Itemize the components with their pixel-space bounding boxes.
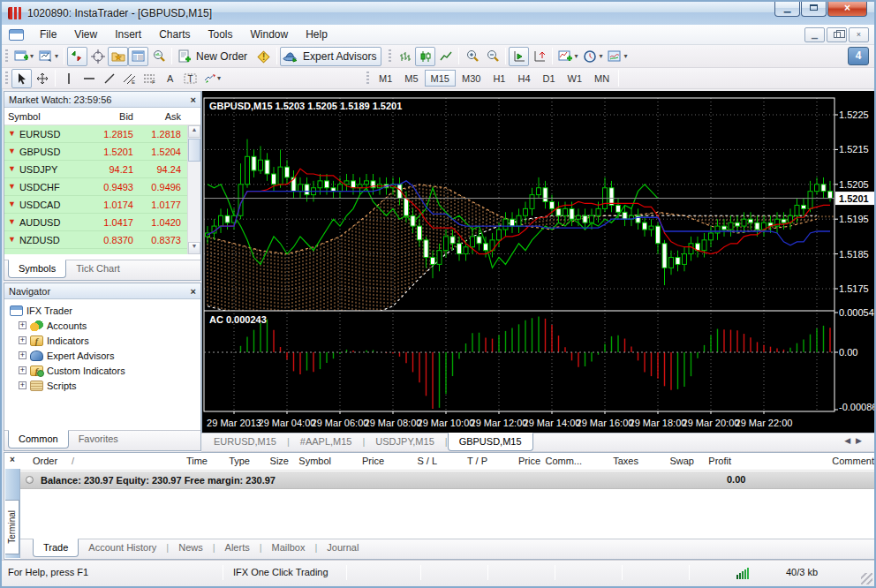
timeframe-mn[interactable]: MN [588,70,615,87]
expand-icon[interactable]: + [19,321,26,329]
expand-icon[interactable]: + [19,351,26,359]
scrollbar-thumb[interactable] [188,139,200,162]
mdi-minimize-button[interactable]: ▁ [804,27,825,42]
timeframe-m30[interactable]: M30 [456,70,487,87]
timeframe-h1[interactable]: H1 [487,70,511,87]
scroll-up-icon[interactable]: ▲ [188,125,200,138]
toolbar-grip[interactable] [5,49,8,64]
candlestick-chart-button[interactable] [415,47,435,66]
crosshair-tool-button[interactable] [32,69,52,88]
menu-window[interactable]: Window [242,26,298,43]
expand-icon[interactable]: + [19,366,26,374]
market-watch-row[interactable]: ▼AUDUSD1.04171.0420 [4,214,200,231]
new-chart-button[interactable]: ▾ [11,47,36,66]
terminal-toggle[interactable] [128,47,148,66]
tab-favorites[interactable]: Favorites [69,431,128,448]
terminal-side-tab[interactable]: Terminal [5,500,19,554]
menu-charts[interactable]: Charts [150,26,199,43]
fibonacci-tool[interactable]: F [140,69,160,88]
maximize-button[interactable] [801,1,827,17]
navigator-item-custom-indicators[interactable]: +fCustom Indicators [10,363,200,378]
menu-insert[interactable]: Insert [106,26,150,43]
navigator-item-accounts[interactable]: +Accounts [10,318,200,333]
menu-file[interactable]: File [31,26,65,43]
one-click-trading-cell[interactable]: IFX One Click Trading [233,567,328,577]
market-watch-toggle[interactable] [67,47,87,66]
market-watch-row[interactable]: ▼EURJPY120.75120.78 [4,249,200,254]
dropdown-caret[interactable]: ▾ [574,52,578,60]
close-icon[interactable]: × [191,287,196,296]
cursor-tool-button[interactable] [11,69,32,88]
arrow-styles-button[interactable]: ▾ [200,69,223,88]
menu-tools[interactable]: Tools [200,26,242,43]
title-bar[interactable]: 1020890: InstaTrader - [GBPUSD,M15] ▁ × [2,2,874,25]
horizontal-line-tool[interactable] [79,69,99,88]
line-chart-button[interactable] [435,47,456,66]
toolbar-grip[interactable] [389,49,391,64]
dropdown-caret[interactable]: ▾ [623,52,627,60]
timeframe-h4[interactable]: H4 [511,70,536,87]
chart-tab-usdjpy-m15[interactable]: USDJPY,M15 [365,433,444,450]
metaeditor-button[interactable]: ! [253,47,274,66]
market-watch-row[interactable]: ▼NZDUSD0.83700.8373 [4,231,200,249]
tab-tick-chart[interactable]: Tick Chart [66,260,130,277]
tab-alerts[interactable]: Alerts [215,539,260,556]
expert-advisors-button[interactable]: Expert Advisors [280,47,381,66]
minimize-button[interactable]: ▁ [774,1,800,17]
terminal-close-icon[interactable]: × [7,455,18,465]
trendline-tool[interactable] [99,69,119,88]
market-watch-row[interactable]: ▼GBPUSD1.52011.5204 [4,143,200,161]
timeframe-m5[interactable]: M5 [398,70,424,87]
tab-journal[interactable]: Journal [317,539,368,556]
market-watch-row[interactable]: ▼USDJPY94.2194.24 [4,161,200,178]
toolbar-grip[interactable] [5,72,8,86]
market-watch-row[interactable]: ▼EURUSD1.28151.2818 [4,125,200,143]
terminal-column-profit[interactable]: Profit [661,456,731,466]
indicators-button[interactable]: ▾ [555,47,580,66]
dropdown-caret[interactable]: ▾ [599,52,602,60]
new-order-button[interactable]: New Order [175,47,253,66]
menu-help[interactable]: Help [297,26,336,43]
tab-trade[interactable]: Trade [33,539,79,557]
data-window-toggle[interactable] [87,47,108,66]
resize-grip[interactable] [861,573,872,584]
column-header-symbol[interactable]: Symbol [4,111,86,122]
market-watch-row[interactable]: ▼USDCAD1.01741.0177 [4,196,200,214]
terminal-column-comment[interactable]: Comment [804,456,874,466]
chart-shift-button[interactable] [529,47,549,66]
templates-button[interactable]: ▾ [605,47,630,66]
chart-tab-eurusd-m15[interactable]: EURUSD,M15 [203,433,287,450]
navigator-item-expert-advisors[interactable]: +Expert Advisors [10,348,200,363]
tab-news[interactable]: News [169,539,213,556]
chart-window[interactable]: 1.52251.52151.52051.51951.51851.51751.52… [201,91,876,433]
navigator-title-bar[interactable]: Navigator × [4,283,200,299]
timeframe-m1[interactable]: M1 [373,70,398,87]
dropdown-caret[interactable]: ▾ [55,52,58,60]
expand-icon[interactable]: + [19,336,26,344]
equidistant-channel-tool[interactable]: E [119,69,140,88]
tab-account-history[interactable]: Account History [79,539,166,556]
tab-symbols[interactable]: Symbols [8,260,66,278]
tab-scroll-arrows[interactable]: ◀▶ [835,433,876,448]
chart-tab-gbpusd-m15[interactable]: GBPUSD,M15 [448,433,533,451]
dropdown-caret[interactable]: ▾ [30,52,34,60]
text-label-tool[interactable]: T [180,69,200,88]
auto-scroll-button[interactable] [509,47,529,66]
bar-chart-button[interactable] [395,47,415,66]
strategy-tester-button[interactable] [148,47,169,66]
mdi-close-button[interactable]: × [849,27,869,42]
balance-row[interactable]: Balance: 230.97 Equity: 230.97 Free marg… [20,471,874,489]
scroll-down-icon[interactable]: ▼ [188,242,200,254]
dropdown-caret[interactable]: ▾ [217,74,221,82]
market-watch-scrollbar[interactable]: ▲ ▼ [187,125,200,254]
timeframe-m15[interactable]: M15 [425,70,456,87]
vertical-line-tool[interactable] [58,69,79,88]
tab-mailbox[interactable]: Mailbox [262,539,315,556]
chart-tab--aapl-m15[interactable]: #AAPL,M15 [290,433,363,450]
navigator-item-scripts[interactable]: +Scripts [10,378,200,393]
zoom-in-button[interactable] [462,47,482,66]
menu-view[interactable]: View [65,26,106,43]
navigator-item-indicators[interactable]: +fIndicators [10,333,200,348]
toolbar-grip[interactable] [366,72,369,86]
notification-badge[interactable]: 4 [848,47,869,65]
